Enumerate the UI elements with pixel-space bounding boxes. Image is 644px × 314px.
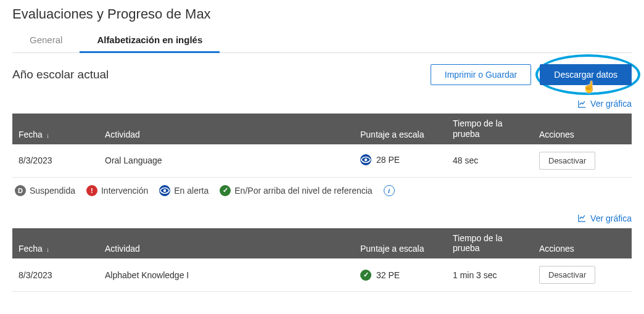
col-fecha[interactable]: Fecha ↓: [12, 228, 99, 259]
cell-tiempo: 48 sec: [447, 144, 533, 178]
chart-icon: [577, 213, 587, 223]
col-tiempo-l2: prueba: [453, 129, 527, 139]
cell-puntaje: 28 PE: [354, 144, 447, 178]
cell-fecha: 8/3/2023: [12, 144, 99, 178]
score-value: 28 PE: [376, 155, 400, 165]
status-legend: D Suspendida ! Intervención En alerta ✓ …: [12, 178, 632, 200]
intervention-icon: !: [86, 185, 97, 196]
year-heading: Año escolar actual: [12, 68, 109, 81]
col-tiempo-l2: prueba: [453, 243, 527, 254]
cursor-pointer-icon: ☝: [582, 80, 596, 94]
page-title: Evaluaciones y Progreso de Max: [12, 6, 632, 22]
col-actividad[interactable]: Actividad: [99, 114, 354, 144]
svg-point-0: [365, 158, 368, 161]
svg-point-1: [163, 189, 167, 192]
col-acciones[interactable]: Acciones: [533, 114, 632, 144]
legend-suspendida: Suspendida: [30, 186, 75, 196]
legend-en-alerta: En alerta: [174, 186, 208, 196]
table-row: 8/3/2023 Alphabet Knowledge I ✓ 32 PE 1 …: [12, 258, 632, 292]
benchmark-icon: ✓: [220, 185, 231, 196]
tab-literacy[interactable]: Alfabetización en inglés: [80, 28, 220, 52]
eye-icon: [360, 154, 371, 165]
deactivate-button[interactable]: Desactivar: [539, 152, 595, 170]
alert-icon: [159, 185, 170, 196]
suspended-icon: D: [15, 185, 26, 196]
print-button[interactable]: Imprimir o Guardar: [431, 64, 531, 85]
cell-tiempo: 1 min 3 sec: [447, 258, 533, 292]
view-chart-link[interactable]: Ver gráfica: [577, 213, 632, 223]
tab-general[interactable]: General: [12, 28, 80, 52]
col-tiempo[interactable]: Tiempo de la prueba: [447, 114, 533, 144]
view-chart-link[interactable]: Ver gráfica: [577, 99, 632, 109]
cell-puntaje: ✓ 32 PE: [354, 258, 447, 292]
sort-desc-icon: ↓: [46, 246, 50, 253]
col-acciones[interactable]: Acciones: [533, 228, 632, 259]
legend-referencia: En/Por arriba del nivel de referencia: [234, 186, 372, 196]
cell-acciones: Desactivar: [533, 144, 632, 178]
cell-actividad: Alphabet Knowledge I: [99, 258, 354, 292]
col-fecha-label: Fecha: [19, 244, 43, 254]
view-chart-label: Ver gráfica: [590, 213, 632, 223]
col-tiempo-l1: Tiempo de la: [453, 233, 527, 244]
sort-desc-icon: ↓: [46, 131, 50, 139]
benchmark-icon: ✓: [360, 270, 371, 281]
cell-fecha: 8/3/2023: [12, 258, 99, 292]
col-tiempo-l1: Tiempo de la: [453, 118, 527, 129]
deactivate-button[interactable]: Desactivar: [539, 266, 595, 284]
assessment-table-2: Fecha ↓ Actividad Puntaje a escala Tiemp…: [12, 228, 632, 292]
col-fecha[interactable]: Fecha ↓: [12, 114, 99, 144]
alert-icon: [360, 154, 371, 165]
assessment-table-1: Fecha ↓ Actividad Puntaje a escala Tiemp…: [12, 114, 632, 178]
col-puntaje[interactable]: Puntaje a escala: [354, 228, 447, 259]
view-chart-label: Ver gráfica: [590, 99, 632, 109]
chart-icon: [577, 99, 587, 109]
table-row: 8/3/2023 Oral Language 28 PE 48 sec Desa: [12, 144, 632, 178]
score-value: 32 PE: [376, 270, 400, 280]
tab-bar: General Alfabetización en inglés: [12, 28, 632, 53]
col-tiempo[interactable]: Tiempo de la prueba: [447, 228, 533, 259]
col-actividad[interactable]: Actividad: [99, 228, 354, 259]
cell-actividad: Oral Language: [99, 144, 354, 178]
info-icon[interactable]: i: [384, 185, 395, 196]
cell-acciones: Desactivar: [533, 258, 632, 292]
col-puntaje[interactable]: Puntaje a escala: [354, 114, 447, 144]
eye-icon: [159, 185, 170, 196]
col-fecha-label: Fecha: [19, 130, 43, 139]
legend-intervencion: Intervención: [101, 186, 148, 196]
action-buttons: Imprimir o Guardar Descargar datos ☝: [431, 64, 632, 85]
